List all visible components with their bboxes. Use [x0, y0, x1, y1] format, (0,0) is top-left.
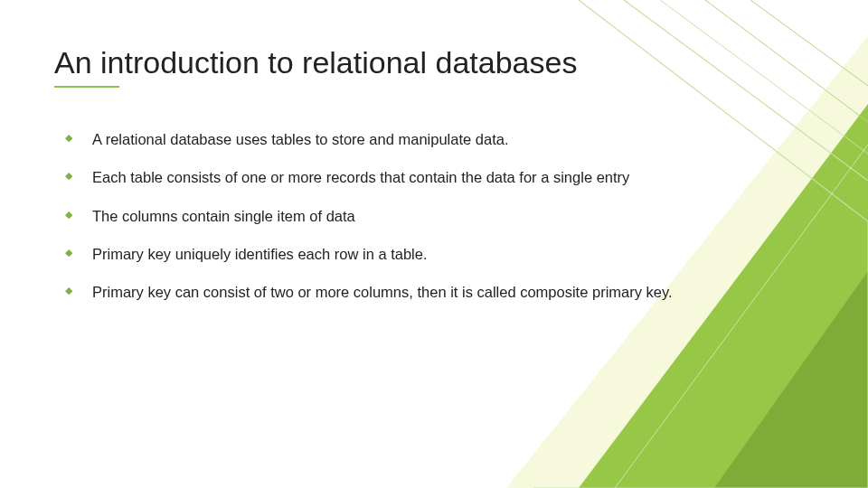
list-item: Primary key uniquely identifies each row…: [78, 244, 805, 264]
slide-content: An introduction to relational databases …: [0, 0, 868, 302]
list-item: The columns contain single item of data: [78, 206, 805, 226]
bullet-list: A relational database uses tables to sto…: [54, 129, 805, 302]
list-item: A relational database uses tables to sto…: [78, 129, 805, 149]
title-underline: [54, 86, 119, 88]
svg-marker-1: [714, 271, 868, 488]
slide-title: An introduction to relational databases: [54, 45, 805, 80]
list-item: Each table consists of one or more recor…: [78, 167, 805, 187]
slide: An introduction to relational databases …: [0, 0, 868, 488]
list-item: Primary key can consist of two or more c…: [78, 282, 805, 302]
